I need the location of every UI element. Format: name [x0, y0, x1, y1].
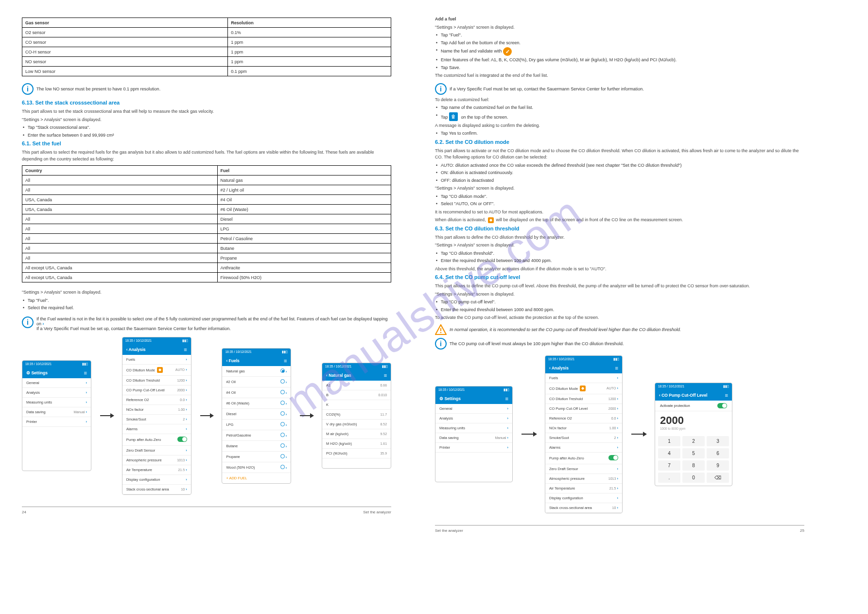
list-item[interactable]: NOx factor1.00 ›: [545, 423, 622, 433]
menu-icon[interactable]: ≡: [384, 372, 387, 378]
phone-cutoff: 18:35 / 10/12/2021▮▮▯ ‹ CO Pump Cut-Off …: [655, 383, 732, 486]
list-item[interactable]: CO Pump Cut-Off Level2000 ›: [122, 386, 191, 395]
list-item[interactable]: Air Temperature21.5 ›: [122, 465, 191, 475]
list-item[interactable]: CO Dilution Mode ◆AUTO ›: [545, 383, 622, 394]
list-item[interactable]: Air Temperature21.5 ›: [545, 484, 622, 493]
list-item: B0.010: [322, 390, 391, 400]
list-item[interactable]: Atmospheric pressure1013 ›: [545, 474, 622, 484]
keypad-key[interactable]: 5: [682, 448, 705, 458]
list-item[interactable]: Pump after Auto-Zero: [122, 434, 191, 446]
keypad-key[interactable]: 0: [682, 473, 705, 483]
info-icon: i: [435, 83, 447, 95]
list-item[interactable]: Pump after Auto-Zero: [545, 453, 622, 464]
menu-icon[interactable]: ≡: [725, 392, 728, 398]
add-fuel-head: Add a fuel: [435, 16, 804, 23]
co-icon-line: When dilution is activated, ◆ will be di…: [435, 217, 804, 224]
thresh-screen: "Settings > Analysis" screen is displaye…: [435, 242, 804, 249]
list-item[interactable]: CO Dilution Treshold1200 ›: [122, 376, 191, 386]
fuel-screen: "Settings > Analysis" screen is displaye…: [22, 289, 391, 296]
list-item[interactable]: LPG ›: [222, 420, 291, 430]
page-number: 25: [800, 528, 804, 533]
menu-icon[interactable]: ≡: [184, 347, 187, 352]
list-item[interactable]: Printer›: [435, 443, 512, 453]
add-enter: Enter features of the fuel: A1, B, K, CO…: [435, 57, 804, 64]
menu-icon[interactable]: ≡: [505, 396, 508, 402]
list-item[interactable]: General›: [435, 404, 512, 414]
numeric-keypad: 1 2 3 4 5 6 7 8 9 . 0 ⌫: [655, 433, 732, 486]
keypad-key[interactable]: 3: [707, 436, 729, 446]
list-item[interactable]: Wood (50% H2O) ›: [222, 462, 291, 473]
keypad-key[interactable]: 2: [682, 436, 705, 446]
list-item[interactable]: Fuels›: [122, 355, 191, 365]
list-item[interactable]: Zero Draft Sensor›: [545, 464, 622, 474]
list-item[interactable]: Petrol/Gasoline ›: [222, 430, 291, 441]
stack-tap: Tap "Stack crosssectional area".: [22, 124, 391, 131]
list-item[interactable]: Data savingManual ›: [22, 407, 91, 417]
footer: 24 Set the analyzer: [22, 507, 391, 514]
toggle-switch[interactable]: [717, 403, 727, 408]
list-item[interactable]: Natural gas ›: [222, 366, 291, 377]
list-item[interactable]: Fuels›: [545, 373, 622, 383]
list-item[interactable]: CO Dilution Mode ◆AUTO ›: [122, 365, 191, 376]
list-item[interactable]: NOx factor1.00 ›: [122, 405, 191, 415]
add-tap: Tap "Fuel".: [435, 32, 804, 39]
table-row: AllPropane: [22, 253, 391, 263]
list-item[interactable]: Zero Draft Sensor›: [122, 446, 191, 456]
keypad-backspace[interactable]: ⌫: [707, 473, 729, 483]
check-icon: ✓: [503, 47, 512, 56]
list-item[interactable]: #2 Oil ›: [222, 377, 291, 387]
table-row: AllDiesel: [22, 214, 391, 224]
list-item[interactable]: Alarms›: [122, 424, 191, 434]
table-row: O2 sensor0.1%: [22, 28, 391, 37]
list-item[interactable]: Stack cross-sectional area10 ›: [122, 485, 191, 494]
keypad-key[interactable]: 6: [707, 448, 729, 458]
list-item[interactable]: Smoke/Soot2 ›: [122, 415, 191, 424]
list-item[interactable]: Data savingManual ›: [435, 433, 512, 443]
menu-icon[interactable]: ≡: [84, 370, 87, 376]
list-item[interactable]: Atmospheric pressure1013 ›: [122, 456, 191, 465]
cutoff-tap: Tap "CO pump cut-off level".: [435, 299, 804, 306]
list-item[interactable]: CO Pump Cut-Off Level2000 ›: [545, 404, 622, 414]
co-tap: Tap "CO dilution mode".: [435, 193, 804, 200]
cutoff-normal: In normal operation, it is recommended t…: [450, 327, 681, 332]
list-item[interactable]: Display configuration›: [545, 493, 622, 503]
list-item[interactable]: Reference O20.0 ›: [545, 414, 622, 423]
list-item[interactable]: CO Dilution Treshold1200 ›: [545, 394, 622, 404]
chevron-right-icon: ›: [43, 321, 44, 326]
list-item: M air (kg/ucb)9.52: [322, 429, 391, 439]
list-item[interactable]: #6 Oil (Waste) ›: [222, 398, 291, 409]
list-item[interactable]: Measuring units›: [22, 398, 91, 407]
keypad-key[interactable]: 8: [682, 460, 705, 471]
keypad-key[interactable]: 9: [707, 460, 729, 471]
keypad-key[interactable]: 7: [658, 460, 680, 471]
keypad-key[interactable]: 1: [658, 436, 680, 446]
menu-icon[interactable]: ≡: [284, 358, 287, 364]
table-row: Low NO sensor0.1 ppm: [22, 67, 391, 76]
add-fuel-button[interactable]: + ADD FUEL: [222, 473, 291, 483]
list-item[interactable]: General›: [22, 378, 91, 388]
list-item[interactable]: #4 Oil ›: [222, 387, 291, 398]
list-item[interactable]: Propane ›: [222, 452, 291, 462]
add-action: Tap Add fuel on the bottom of the screen…: [435, 40, 804, 47]
list-item[interactable]: Reference O20.0 ›: [122, 395, 191, 405]
list-item[interactable]: Analysis›: [22, 388, 91, 398]
keypad-key[interactable]: .: [658, 473, 680, 483]
list-item[interactable]: Printer›: [22, 417, 91, 427]
menu-icon[interactable]: ≡: [615, 365, 618, 371]
list-item[interactable]: Butane ›: [222, 441, 291, 452]
list-item[interactable]: Smoke/Soot2 ›: [545, 433, 622, 443]
table-row: AllLPG: [22, 224, 391, 234]
stack-screen: "Settings > Analysis" screen is displaye…: [22, 117, 391, 123]
list-item[interactable]: Analysis›: [435, 414, 512, 423]
footer-title: Set the analyzer: [435, 528, 463, 533]
list-item[interactable]: Stack cross-sectional area10 ›: [545, 503, 622, 513]
phone-fuels: 18:35 / 10/12/2021▮▮▯ ‹ Fuels≡ Natural g…: [222, 348, 291, 484]
phone-analysis-2: 18:35 / 10/12/2021▮▮▯ ‹ Analysis≡ Fuels›…: [545, 355, 623, 513]
list-item[interactable]: Diesel ›: [222, 409, 291, 420]
list-item[interactable]: Display configuration›: [122, 475, 191, 485]
keypad-key[interactable]: 4: [658, 448, 680, 458]
list-item[interactable]: Alarms›: [545, 443, 622, 453]
list-item[interactable]: Measuring units›: [435, 423, 512, 433]
page-number: 24: [22, 510, 26, 514]
section-co-threshold: 6.3. Set the CO dilution threshold: [435, 226, 804, 231]
